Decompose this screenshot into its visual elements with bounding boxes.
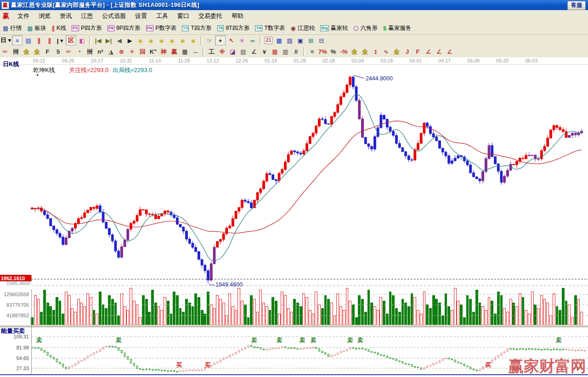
f-angle-tool[interactable]: F xyxy=(413,47,423,56)
red-grid-tool[interactable]: ▦ xyxy=(270,47,280,56)
grid-numbers-tool[interactable]: ▦ xyxy=(180,47,190,56)
t-square-button[interactable]: TST四方形 xyxy=(179,23,215,34)
percent-tool[interactable]: % xyxy=(328,47,338,56)
pattern-tool[interactable]: ≈ xyxy=(12,35,23,45)
menu-item-江恩[interactable]: 江恩 xyxy=(76,11,97,21)
flower-tool[interactable]: ✳ xyxy=(237,36,247,45)
p9-square-button[interactable]: P99P四方形 xyxy=(105,23,143,34)
calendar-tool[interactable]: 21 xyxy=(264,36,273,45)
chart-area[interactable]: 09-1209-2610-1710-3111-1411-2812-1212-26… xyxy=(0,57,588,377)
kline9-tool[interactable]: ∥ xyxy=(45,36,54,45)
sectors-button[interactable]: ▩板块 xyxy=(24,23,49,34)
menu-item-资讯[interactable]: 资讯 xyxy=(55,11,76,21)
diamond-h-expand[interactable]: ◈ xyxy=(157,36,166,45)
p-number-button[interactable]: PNP数字表 xyxy=(143,23,179,34)
pane-separator[interactable] xyxy=(0,325,588,327)
fibonacci-tool[interactable]: F xyxy=(43,47,52,56)
zigzag-line-tool[interactable]: ∨ xyxy=(260,47,269,56)
menu-item-工具[interactable]: 工具 xyxy=(152,11,173,21)
cloud-tool[interactable]: ∞ xyxy=(248,36,257,45)
gold-lines-tool[interactable]: 金 xyxy=(360,47,370,56)
quotes-button[interactable]: ▦行情 xyxy=(0,23,24,34)
j-angle-tool[interactable]: J xyxy=(402,47,412,56)
shaded-box-tool[interactable]: ▨ xyxy=(238,47,248,56)
menu-item-文件[interactable]: 文件 xyxy=(13,11,34,21)
shen-tool[interactable]: 神 xyxy=(159,47,169,56)
nav-next[interactable]: ▶ xyxy=(125,36,135,45)
nav-last[interactable]: ▶| xyxy=(104,36,113,45)
kline-button[interactable]: ∥K线 xyxy=(49,23,69,34)
diamond-right[interactable]: ◈ xyxy=(146,36,156,45)
notes-tool[interactable]: ▤ xyxy=(285,36,294,45)
period-dropdown[interactable]: 日 ▾ xyxy=(0,36,11,45)
gann-gold-tool-1[interactable]: 金 xyxy=(22,47,31,56)
nav-prev[interactable]: ◀ xyxy=(114,36,124,45)
p-square-button[interactable]: PSP四方形 xyxy=(69,23,105,34)
pen-tool[interactable]: ✏ xyxy=(0,47,10,56)
square-number-tool[interactable]: n² xyxy=(96,47,105,56)
menu-item-设置[interactable]: 设置 xyxy=(130,11,152,21)
calculator-tool[interactable]: ▦ xyxy=(274,36,284,45)
indicator-title[interactable]: 能量买卖 xyxy=(1,327,25,334)
kline3-tool[interactable]: ∥ xyxy=(34,36,44,45)
dark-grid-tool[interactable]: ▥ xyxy=(281,47,290,56)
hexagon-button[interactable]: ⬡六角形 xyxy=(351,23,380,34)
red-angle-tool-2[interactable]: ∠ xyxy=(434,47,444,56)
double-dagger-tool[interactable]: ‡ xyxy=(371,47,380,56)
starburst-tool[interactable]: ✳ xyxy=(127,47,137,56)
beam-tool[interactable]: 工 xyxy=(207,47,216,56)
k-notes-tool[interactable]: K" xyxy=(148,47,158,56)
menu-item-公式选股[interactable]: 公式选股 xyxy=(97,11,130,21)
hand-tool[interactable]: ☞ xyxy=(204,36,214,45)
ying-tool[interactable]: 赢 xyxy=(170,47,179,56)
circle-cross-tool[interactable]: ⊕ xyxy=(117,47,126,56)
gann-gold-tool-2[interactable]: 金 xyxy=(32,47,42,56)
customer-service-button[interactable]: 客服 xyxy=(567,1,586,10)
menu-item-交易委托[interactable]: 交易委托 xyxy=(194,11,227,21)
period-label[interactable]: 日K线 xyxy=(3,61,19,68)
gold-angle-tool[interactable]: 金 xyxy=(392,47,401,56)
menu-item-窗口[interactable]: 窗口 xyxy=(173,11,194,21)
trend-angle-tool[interactable]: ∠ xyxy=(249,47,259,56)
pointer-tool[interactable]: ↖ xyxy=(226,36,236,45)
save-tool[interactable]: ▣ xyxy=(295,36,305,45)
ruler-tool[interactable]: 卌 xyxy=(11,47,21,56)
marker-tool[interactable]: ✏ xyxy=(64,47,74,56)
overlay-label[interactable]: 乾坤K线 xyxy=(33,67,55,73)
gann-box-tool[interactable]: ◪ xyxy=(228,47,237,56)
stats-chart-tool[interactable]: ◧ xyxy=(77,36,87,45)
gann-wheel-button[interactable]: ◉江恩轮 xyxy=(288,23,317,34)
t-number-button[interactable]: TNT数字表 xyxy=(252,23,288,34)
ray-fan-tool[interactable]: ※ xyxy=(217,47,227,56)
volume-profile-tool[interactable]: ≡ xyxy=(307,47,317,56)
info-panel-tool[interactable]: ▤ xyxy=(23,36,33,45)
comb-tool[interactable]: 卌 xyxy=(85,47,95,56)
chart-canvas[interactable]: 09-1209-2610-1710-3111-1411-2812-1212-26… xyxy=(0,57,588,377)
percent7-tool[interactable]: 7% xyxy=(318,47,328,56)
crosshair-tool[interactable]: + xyxy=(215,35,226,45)
diamond-left[interactable]: ◈ xyxy=(136,36,145,45)
web-tool[interactable]: ⊞ xyxy=(306,36,316,45)
winner-service-button[interactable]: $赢家服务 xyxy=(380,23,414,34)
menu-item-帮助[interactable]: 帮助 xyxy=(227,11,248,21)
menu-item-浏览[interactable]: 浏览 xyxy=(34,11,55,21)
minus-percent-tool[interactable]: -% xyxy=(339,47,349,56)
candle-style-dropdown[interactable]: | ▾ xyxy=(55,36,65,45)
computer-tool[interactable]: ⊟ xyxy=(317,36,326,45)
gold-circle-tool[interactable]: 金 xyxy=(350,47,359,56)
spiral-tool[interactable]: 5 xyxy=(53,47,63,56)
red-angle-tool-1[interactable]: ∠ xyxy=(424,47,433,56)
diamond-expand-all[interactable]: ◈ xyxy=(188,36,198,45)
wave-tool[interactable]: ∿ xyxy=(381,47,391,56)
overlay-dropdown-arrow[interactable]: ▼ xyxy=(36,73,39,77)
square-spiral-tool[interactable]: 回 xyxy=(138,47,147,56)
t9-square-button[interactable]: T99T四方形 xyxy=(215,23,253,34)
diamond-fit[interactable]: ◈ xyxy=(178,36,187,45)
angle-tool[interactable]: ◮ xyxy=(106,47,116,56)
winner-wheel-button[interactable]: Big赢家轮 xyxy=(317,23,351,34)
h-span-tool[interactable]: ↔ xyxy=(191,47,200,56)
clock-tool[interactable]: ◔ xyxy=(74,47,84,56)
diamond-compress[interactable]: ◈ xyxy=(167,36,177,45)
parallel-lines-tool[interactable]: // xyxy=(291,47,301,56)
nav-first[interactable]: |◀ xyxy=(93,36,103,45)
